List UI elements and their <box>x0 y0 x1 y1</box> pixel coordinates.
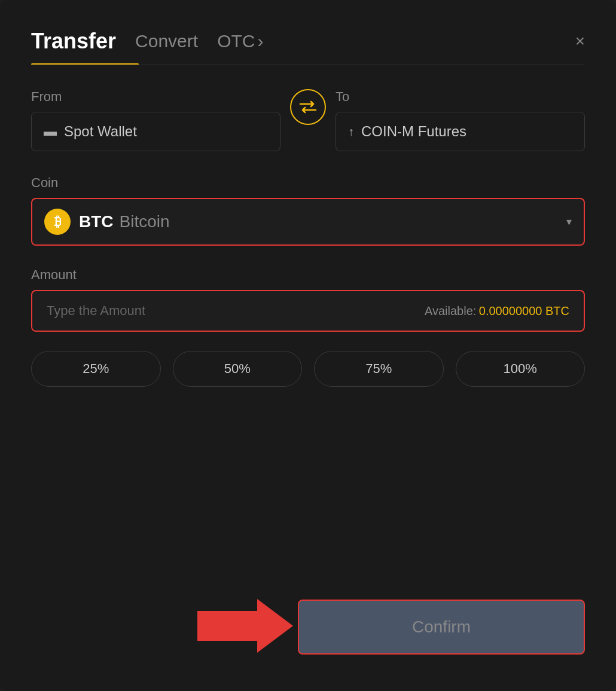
amount-input[interactable] <box>47 303 425 319</box>
to-wallet-label: COIN-M Futures <box>361 123 466 140</box>
header-tabs: Transfer Convert OTC › × <box>31 29 585 54</box>
to-label: To <box>336 89 585 105</box>
from-wallet-label: Spot Wallet <box>64 123 137 140</box>
futures-icon: ↑ <box>348 125 354 139</box>
chevron-down-icon: ▾ <box>566 215 572 228</box>
coin-selector[interactable]: ₿ BTC Bitcoin ▾ <box>31 198 585 246</box>
wallet-card-icon: ▬ <box>44 124 57 139</box>
percentage-buttons-row: 25% 50% 75% 100% <box>31 351 585 387</box>
tab-underline-container <box>31 63 585 65</box>
swap-icon <box>299 100 317 114</box>
available-value: 0.00000000 BTC <box>479 304 569 317</box>
amount-label: Amount <box>31 267 585 283</box>
available-label: Available: <box>425 304 476 317</box>
header-divider <box>31 65 585 65</box>
tab-otc[interactable]: OTC › <box>217 31 263 51</box>
transfer-modal: Transfer Convert OTC › × From ▬ Spot Wal… <box>0 0 616 691</box>
to-wallet-selector[interactable]: ↑ COIN-M Futures <box>336 112 585 151</box>
swap-btn-container <box>290 89 326 131</box>
arrow-indicator <box>197 599 293 655</box>
from-wallet-selector[interactable]: ▬ Spot Wallet <box>31 112 280 151</box>
pct-100-button[interactable]: 100% <box>456 351 585 387</box>
coin-symbol: BTC <box>79 212 114 231</box>
to-section: To ↑ COIN-M Futures <box>336 89 585 151</box>
from-label: From <box>31 89 280 105</box>
coin-name: Bitcoin <box>120 212 170 231</box>
available-info: Available: 0.00000000 BTC <box>425 304 569 318</box>
from-to-row: From ▬ Spot Wallet To ↑ COIN-M Futures <box>31 89 585 151</box>
bottom-area: Confirm <box>31 599 585 655</box>
close-button[interactable]: × <box>575 33 585 50</box>
tab-transfer[interactable]: Transfer <box>31 29 116 54</box>
coin-label: Coin <box>31 175 585 191</box>
svg-marker-0 <box>197 599 293 653</box>
btc-icon: ₿ <box>44 209 71 235</box>
confirm-button[interactable]: Confirm <box>298 600 585 655</box>
pct-50-button[interactable]: 50% <box>173 351 303 387</box>
red-arrow-icon <box>197 599 293 653</box>
tab-convert[interactable]: Convert <box>135 31 198 51</box>
swap-button[interactable] <box>290 89 326 125</box>
pct-25-button[interactable]: 25% <box>31 351 161 387</box>
amount-section: Amount Available: 0.00000000 BTC <box>31 267 585 332</box>
pct-75-button[interactable]: 75% <box>314 351 444 387</box>
coin-section: Coin ₿ BTC Bitcoin ▾ <box>31 175 585 246</box>
amount-box: Available: 0.00000000 BTC <box>31 290 585 332</box>
from-section: From ▬ Spot Wallet <box>31 89 280 151</box>
